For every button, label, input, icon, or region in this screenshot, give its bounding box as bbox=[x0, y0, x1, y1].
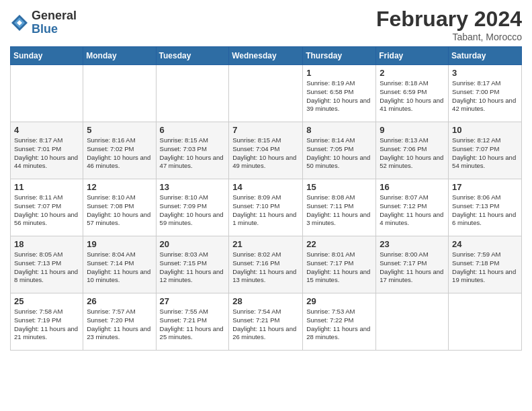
calendar-cell bbox=[229, 65, 303, 122]
day-number: 5 bbox=[87, 125, 152, 135]
calendar-cell: 22Sunrise: 8:01 AM Sunset: 7:17 PM Dayli… bbox=[303, 236, 376, 293]
day-info: Sunrise: 8:10 AM Sunset: 7:09 PM Dayligh… bbox=[160, 193, 226, 228]
page-header: General Blue February 2024 Tabant, Moroc… bbox=[10, 7, 522, 42]
day-info: Sunrise: 8:14 AM Sunset: 7:05 PM Dayligh… bbox=[306, 136, 372, 171]
day-info: Sunrise: 7:54 AM Sunset: 7:21 PM Dayligh… bbox=[232, 308, 299, 342]
calendar-cell: 10Sunrise: 8:12 AM Sunset: 7:07 PM Dayli… bbox=[449, 122, 522, 179]
day-number: 6 bbox=[160, 125, 226, 135]
day-number: 15 bbox=[306, 182, 372, 192]
calendar-cell: 27Sunrise: 7:55 AM Sunset: 7:21 PM Dayli… bbox=[156, 293, 229, 351]
day-info: Sunrise: 8:03 AM Sunset: 7:15 PM Dayligh… bbox=[160, 250, 226, 285]
day-number: 7 bbox=[232, 125, 299, 135]
calendar-cell: 26Sunrise: 7:57 AM Sunset: 7:20 PM Dayli… bbox=[83, 293, 156, 351]
calendar-day-header: Friday bbox=[376, 47, 449, 65]
day-info: Sunrise: 7:55 AM Sunset: 7:21 PM Dayligh… bbox=[160, 308, 226, 342]
day-info: Sunrise: 7:57 AM Sunset: 7:20 PM Dayligh… bbox=[87, 308, 152, 342]
day-number: 24 bbox=[452, 239, 518, 249]
day-info: Sunrise: 8:12 AM Sunset: 7:07 PM Dayligh… bbox=[452, 136, 518, 171]
calendar-day-header: Thursday bbox=[303, 47, 376, 65]
day-info: Sunrise: 8:02 AM Sunset: 7:16 PM Dayligh… bbox=[232, 250, 299, 285]
day-number: 18 bbox=[14, 239, 79, 249]
day-info: Sunrise: 7:58 AM Sunset: 7:19 PM Dayligh… bbox=[14, 308, 79, 342]
calendar-cell bbox=[156, 65, 229, 122]
day-number: 29 bbox=[306, 296, 372, 306]
calendar-cell: 29Sunrise: 7:53 AM Sunset: 7:22 PM Dayli… bbox=[303, 293, 376, 351]
calendar-header-row: SundayMondayTuesdayWednesdayThursdayFrid… bbox=[11, 47, 522, 65]
calendar-cell bbox=[376, 293, 449, 351]
day-number: 16 bbox=[380, 182, 445, 192]
calendar-cell bbox=[11, 65, 83, 122]
day-number: 1 bbox=[306, 68, 372, 78]
day-number: 27 bbox=[160, 296, 226, 306]
title-block: February 2024 Tabant, Morocco bbox=[376, 7, 522, 42]
calendar-cell: 25Sunrise: 7:58 AM Sunset: 7:19 PM Dayli… bbox=[11, 293, 83, 351]
calendar-cell: 14Sunrise: 8:09 AM Sunset: 7:10 PM Dayli… bbox=[229, 179, 303, 236]
day-info: Sunrise: 8:09 AM Sunset: 7:10 PM Dayligh… bbox=[232, 193, 299, 228]
calendar-cell: 1Sunrise: 8:19 AM Sunset: 6:58 PM Daylig… bbox=[303, 65, 376, 122]
calendar-day-header: Tuesday bbox=[156, 47, 229, 65]
calendar-cell: 18Sunrise: 8:05 AM Sunset: 7:13 PM Dayli… bbox=[11, 236, 83, 293]
day-info: Sunrise: 8:19 AM Sunset: 6:58 PM Dayligh… bbox=[306, 79, 372, 113]
day-number: 28 bbox=[232, 296, 299, 306]
calendar-cell: 19Sunrise: 8:04 AM Sunset: 7:14 PM Dayli… bbox=[83, 236, 156, 293]
day-info: Sunrise: 8:04 AM Sunset: 7:14 PM Dayligh… bbox=[87, 250, 152, 285]
day-number: 3 bbox=[452, 68, 518, 78]
day-number: 21 bbox=[232, 239, 299, 249]
day-number: 23 bbox=[380, 239, 445, 249]
day-number: 12 bbox=[87, 182, 152, 192]
day-number: 13 bbox=[160, 182, 226, 192]
calendar-cell bbox=[83, 65, 156, 122]
calendar-cell: 17Sunrise: 8:06 AM Sunset: 7:13 PM Dayli… bbox=[449, 179, 522, 236]
day-number: 4 bbox=[14, 125, 79, 135]
calendar-cell: 3Sunrise: 8:17 AM Sunset: 7:00 PM Daylig… bbox=[449, 65, 522, 122]
logo-icon bbox=[10, 13, 29, 32]
logo-general-text: General bbox=[32, 9, 77, 23]
day-number: 17 bbox=[452, 182, 518, 192]
calendar-cell: 15Sunrise: 8:08 AM Sunset: 7:11 PM Dayli… bbox=[303, 179, 376, 236]
day-number: 26 bbox=[87, 296, 152, 306]
calendar-cell: 11Sunrise: 8:11 AM Sunset: 7:07 PM Dayli… bbox=[11, 179, 83, 236]
calendar-cell: 21Sunrise: 8:02 AM Sunset: 7:16 PM Dayli… bbox=[229, 236, 303, 293]
day-info: Sunrise: 8:13 AM Sunset: 7:06 PM Dayligh… bbox=[380, 136, 445, 171]
calendar-cell: 28Sunrise: 7:54 AM Sunset: 7:21 PM Dayli… bbox=[229, 293, 303, 351]
calendar-cell: 4Sunrise: 8:17 AM Sunset: 7:01 PM Daylig… bbox=[11, 122, 83, 179]
calendar-day-header: Wednesday bbox=[229, 47, 303, 65]
calendar-week-row: 1Sunrise: 8:19 AM Sunset: 6:58 PM Daylig… bbox=[11, 65, 522, 122]
calendar-cell: 13Sunrise: 8:10 AM Sunset: 7:09 PM Dayli… bbox=[156, 179, 229, 236]
calendar-week-row: 25Sunrise: 7:58 AM Sunset: 7:19 PM Dayli… bbox=[11, 293, 522, 351]
day-info: Sunrise: 8:07 AM Sunset: 7:12 PM Dayligh… bbox=[380, 193, 445, 228]
calendar-table: SundayMondayTuesdayWednesdayThursdayFrid… bbox=[10, 46, 522, 351]
month-title: February 2024 bbox=[376, 7, 522, 32]
calendar-cell: 23Sunrise: 8:00 AM Sunset: 7:17 PM Dayli… bbox=[376, 236, 449, 293]
calendar-cell bbox=[449, 293, 522, 351]
calendar-cell: 24Sunrise: 7:59 AM Sunset: 7:18 PM Dayli… bbox=[449, 236, 522, 293]
day-info: Sunrise: 8:08 AM Sunset: 7:11 PM Dayligh… bbox=[306, 193, 372, 228]
logo: General Blue bbox=[10, 9, 77, 36]
calendar-cell: 5Sunrise: 8:16 AM Sunset: 7:02 PM Daylig… bbox=[83, 122, 156, 179]
day-info: Sunrise: 8:17 AM Sunset: 7:00 PM Dayligh… bbox=[452, 79, 518, 113]
day-info: Sunrise: 8:05 AM Sunset: 7:13 PM Dayligh… bbox=[14, 250, 79, 285]
day-number: 9 bbox=[380, 125, 445, 135]
day-number: 14 bbox=[232, 182, 299, 192]
day-info: Sunrise: 8:10 AM Sunset: 7:08 PM Dayligh… bbox=[87, 193, 152, 228]
calendar-cell: 8Sunrise: 8:14 AM Sunset: 7:05 PM Daylig… bbox=[303, 122, 376, 179]
calendar-day-header: Saturday bbox=[449, 47, 522, 65]
day-info: Sunrise: 8:15 AM Sunset: 7:04 PM Dayligh… bbox=[232, 136, 299, 171]
day-info: Sunrise: 8:15 AM Sunset: 7:03 PM Dayligh… bbox=[160, 136, 226, 171]
calendar-cell: 7Sunrise: 8:15 AM Sunset: 7:04 PM Daylig… bbox=[229, 122, 303, 179]
calendar-cell: 6Sunrise: 8:15 AM Sunset: 7:03 PM Daylig… bbox=[156, 122, 229, 179]
calendar-cell: 9Sunrise: 8:13 AM Sunset: 7:06 PM Daylig… bbox=[376, 122, 449, 179]
calendar-day-header: Monday bbox=[83, 47, 156, 65]
location: Tabant, Morocco bbox=[376, 32, 522, 42]
day-number: 20 bbox=[160, 239, 226, 249]
calendar-cell: 2Sunrise: 8:18 AM Sunset: 6:59 PM Daylig… bbox=[376, 65, 449, 122]
calendar-cell: 12Sunrise: 8:10 AM Sunset: 7:08 PM Dayli… bbox=[83, 179, 156, 236]
calendar-cell: 20Sunrise: 8:03 AM Sunset: 7:15 PM Dayli… bbox=[156, 236, 229, 293]
day-info: Sunrise: 8:00 AM Sunset: 7:17 PM Dayligh… bbox=[380, 250, 445, 285]
day-info: Sunrise: 8:18 AM Sunset: 6:59 PM Dayligh… bbox=[380, 79, 445, 113]
calendar-week-row: 18Sunrise: 8:05 AM Sunset: 7:13 PM Dayli… bbox=[11, 236, 522, 293]
day-info: Sunrise: 8:11 AM Sunset: 7:07 PM Dayligh… bbox=[14, 193, 79, 228]
calendar-week-row: 4Sunrise: 8:17 AM Sunset: 7:01 PM Daylig… bbox=[11, 122, 522, 179]
day-number: 10 bbox=[452, 125, 518, 135]
day-info: Sunrise: 8:01 AM Sunset: 7:17 PM Dayligh… bbox=[306, 250, 372, 285]
